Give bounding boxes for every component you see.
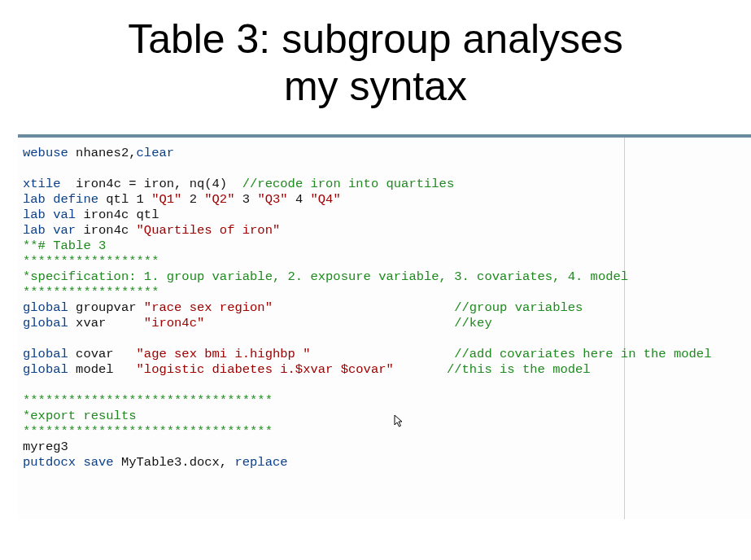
tok: //key bbox=[454, 316, 492, 330]
tok: global bbox=[23, 300, 68, 315]
tok: putdocx save bbox=[23, 455, 114, 470]
tok: //add covariates here in the model bbox=[454, 347, 711, 361]
tok: //this is the model bbox=[447, 362, 591, 377]
tok: 2 bbox=[181, 192, 204, 207]
tok: xtile bbox=[23, 177, 61, 191]
tok: "Q1" bbox=[151, 192, 181, 207]
tok: global bbox=[23, 362, 68, 377]
tok: xvar bbox=[68, 316, 144, 330]
tok: **# Table 3 bbox=[23, 238, 106, 253]
tok: "age sex bmi i.highbp " bbox=[137, 347, 311, 361]
tok: "logistic diabetes i.$xvar $covar" bbox=[137, 362, 394, 377]
slide: Table 3: subgroup analyses my syntax web… bbox=[0, 0, 751, 560]
tok: "race sex region" bbox=[144, 300, 273, 315]
tok: global bbox=[23, 316, 68, 330]
slide-title: Table 3: subgroup analyses my syntax bbox=[0, 0, 751, 110]
tok: webuse bbox=[23, 146, 68, 160]
tok: lab val bbox=[23, 208, 76, 222]
tok: replace bbox=[234, 455, 287, 470]
tok: //group variables bbox=[454, 300, 583, 315]
tok: model bbox=[68, 362, 137, 377]
tok: lab var bbox=[23, 223, 76, 238]
tok bbox=[273, 300, 454, 315]
title-line1: Table 3: subgroup analyses bbox=[128, 16, 623, 62]
title-line2: my syntax bbox=[284, 63, 467, 109]
tok: ****************** bbox=[23, 285, 159, 300]
tok: ********************************* bbox=[23, 393, 273, 408]
tok: "Q4" bbox=[311, 192, 341, 207]
tok: myreg3 bbox=[23, 440, 68, 454]
tok: lab define bbox=[23, 192, 98, 207]
tok: global bbox=[23, 347, 68, 361]
tok: qtl 1 bbox=[98, 192, 151, 207]
tok: iron4c qtl bbox=[76, 208, 159, 222]
tok: nhanes2, bbox=[68, 146, 137, 160]
tok: groupvar bbox=[68, 300, 144, 315]
tok: ********************************* bbox=[23, 424, 273, 439]
tok: *export results bbox=[23, 409, 137, 423]
tok: "iron4c" bbox=[144, 316, 204, 330]
tok: clear bbox=[137, 146, 175, 160]
tok bbox=[310, 347, 454, 361]
tok: MyTable3.docx, bbox=[114, 455, 235, 470]
tok: iron4c bbox=[76, 223, 136, 238]
tok: "Quartiles of iron" bbox=[137, 223, 281, 238]
tok: 3 bbox=[234, 192, 257, 207]
tok bbox=[394, 362, 447, 377]
code-content: webuse nhanes2,clear xtile iron4c = iron… bbox=[18, 138, 751, 519]
tok: //recode iron into quartiles bbox=[242, 177, 454, 191]
code-editor: webuse nhanes2,clear xtile iron4c = iron… bbox=[18, 134, 751, 519]
tok: *specification: 1. group variable, 2. ex… bbox=[23, 269, 628, 284]
tok: "Q2" bbox=[204, 192, 234, 207]
tok bbox=[204, 316, 454, 330]
tok: iron4c = iron, nq(4) bbox=[61, 177, 242, 191]
tok: covar bbox=[68, 347, 137, 361]
tok: 4 bbox=[288, 192, 311, 207]
tok: ****************** bbox=[23, 254, 159, 269]
tok: "Q3" bbox=[257, 192, 287, 207]
